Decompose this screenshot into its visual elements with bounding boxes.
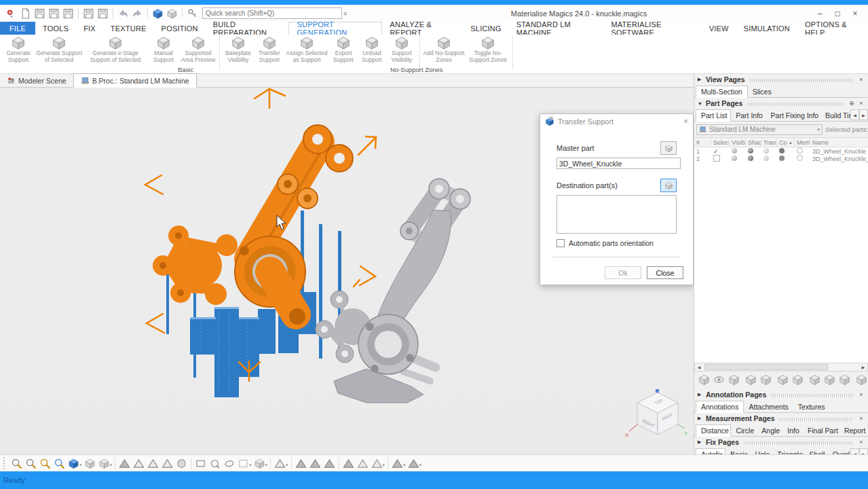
fill-marked-icon[interactable] — [407, 456, 421, 470]
select-marked-icon[interactable] — [341, 456, 356, 470]
menu-tools[interactable]: TOOLS — [35, 22, 76, 35]
zoom-icon[interactable] — [10, 456, 24, 470]
export-part-icon[interactable] — [97, 7, 109, 19]
tab-final-part[interactable]: Final Part — [803, 425, 839, 436]
flat-marked-icon[interactable] — [370, 456, 384, 470]
color-swatch[interactable] — [777, 148, 795, 155]
dropdown-caret-icon[interactable]: ▾ — [286, 463, 288, 468]
dropdown-caret-icon[interactable]: ▾ — [419, 463, 422, 468]
zoom-selected-icon[interactable] — [38, 456, 52, 470]
select-checkbox[interactable] — [711, 155, 730, 163]
support-visibility-button[interactable]: Support Visibility — [386, 35, 417, 64]
visibility-eye-icon[interactable] — [730, 156, 746, 162]
flatten-part-icon[interactable] — [823, 374, 836, 387]
tab-textures[interactable]: Textures — [793, 401, 830, 412]
close-icon[interactable]: × — [858, 76, 865, 83]
col-name[interactable]: Name — [810, 138, 868, 147]
menu-support-generation[interactable]: SUPPORT GENERATION — [288, 22, 382, 35]
view-cube[interactable]: TOP RIGHT BACK X Y — [625, 389, 688, 438]
collapse-arrow-icon[interactable]: ▶ — [698, 439, 703, 445]
mark-triangle-icon[interactable] — [273, 456, 287, 470]
select-plane-icon[interactable] — [132, 456, 146, 470]
collapse-arrow-icon[interactable]: ▶ — [698, 416, 703, 421]
unload-part-icon[interactable] — [791, 374, 804, 387]
machine-combo[interactable]: Standard LM Machine ▾ — [696, 124, 823, 135]
visibility-eye-icon[interactable] — [730, 148, 746, 155]
col-select[interactable]: Select — [711, 138, 730, 147]
tab-bproc-standard-lm-machine[interactable]: B.Proc.: Standard LM Machine — [73, 73, 197, 88]
toggle-selection-icon[interactable] — [728, 374, 740, 387]
select-volume-icon[interactable] — [252, 456, 267, 470]
view-cube-icon[interactable] — [67, 456, 81, 470]
collapse-arrow-icon[interactable]: ▶ — [698, 392, 703, 397]
color-swatch[interactable] — [777, 156, 795, 162]
col-memo[interactable]: Memo — [795, 138, 810, 147]
assign-selected-as-support-button[interactable]: Assign Selected as Support — [284, 35, 329, 64]
auto-orientation-checkbox[interactable] — [556, 239, 565, 247]
dropdown-caret-icon[interactable]: ▾ — [110, 463, 113, 468]
col-shading[interactable]: Shadi — [746, 138, 761, 147]
annotation-pages-header[interactable]: ▶ Annotation Pages × — [694, 389, 868, 400]
manual-support-button[interactable]: Manual Support — [148, 35, 179, 64]
transparency-icon[interactable] — [761, 156, 777, 162]
copy-parts-icon[interactable] — [759, 374, 772, 387]
col-visible[interactable]: Visibl — [730, 138, 746, 147]
close-icon[interactable]: × — [858, 100, 865, 107]
dropdown-caret-icon[interactable]: ▾ — [249, 463, 252, 468]
tab-modeler-scene[interactable]: Modeler Scene — [0, 74, 73, 87]
close-button[interactable]: Close — [647, 266, 683, 279]
close-icon[interactable]: × — [858, 415, 865, 422]
select-check-icon[interactable]: ✓ — [711, 148, 730, 155]
memo-icon[interactable] — [795, 147, 810, 155]
part-gray-knuckle[interactable] — [316, 179, 470, 403]
transfer-support-button[interactable]: Transfer Support — [254, 35, 284, 64]
toggle-no-support-zones-button[interactable]: Toggle No-Support Zones — [466, 35, 510, 64]
select-circle-icon[interactable] — [208, 456, 222, 470]
scroll-thumb[interactable] — [704, 364, 828, 370]
menu-view[interactable]: VIEW — [702, 22, 736, 35]
scroll-left-icon[interactable]: ◀ — [695, 363, 703, 371]
dark-marked-icon[interactable] — [390, 456, 404, 470]
part-orange-knuckle[interactable] — [153, 125, 353, 325]
supported-area-preview-button[interactable]: Supported Area Preview — [179, 35, 217, 64]
fix-pages-header[interactable]: ▶ Fix Pages × — [694, 437, 868, 448]
toolbar-drag-handle[interactable] — [3, 457, 7, 469]
sort-parts-icon[interactable] — [855, 374, 868, 387]
select-stl-icon[interactable] — [160, 456, 174, 470]
tab-info[interactable]: Info — [782, 425, 803, 436]
menu-materialise-software[interactable]: MATERIALISE SOFTWARE — [603, 22, 701, 35]
measurement-pages-header[interactable]: ▶ Measurement Pages × — [694, 413, 868, 424]
translate-part-icon[interactable] — [808, 374, 821, 387]
menu-texture[interactable]: TEXTURE — [103, 22, 154, 35]
zoom-scene-icon[interactable] — [24, 456, 38, 470]
close-icon[interactable]: × — [858, 439, 865, 446]
shade-marked-icon[interactable] — [356, 456, 370, 470]
undo-icon[interactable] — [117, 7, 129, 19]
close-icon[interactable]: × — [858, 391, 865, 398]
unmark-triangle-icon[interactable] — [294, 456, 308, 470]
part-list-hscrollbar[interactable]: ◀ ▶ — [694, 363, 868, 372]
menu-slicing[interactable]: SLICING — [463, 22, 508, 35]
generate-support-button[interactable]: Generate Support — [1, 35, 35, 64]
machine-view-icon[interactable] — [166, 7, 178, 19]
menu-options-help[interactable]: OPTIONS & HELP — [797, 22, 868, 35]
shading-icon[interactable] — [746, 148, 761, 155]
machine-properties-icon[interactable] — [838, 374, 851, 387]
toggle-visibility-icon[interactable] — [713, 374, 725, 387]
select-window-icon[interactable] — [236, 456, 250, 470]
tabs-scroll-right-icon[interactable]: ▶ — [859, 109, 868, 120]
generate-support-of-selected-button[interactable]: Generate Support of Selected — [35, 35, 83, 64]
destination-parts-browse-button[interactable] — [660, 179, 677, 192]
tab-distance[interactable]: Distance — [696, 424, 731, 437]
tab-multi-section[interactable]: Multi-Section — [696, 86, 748, 98]
dropdown-caret-icon[interactable]: ▾ — [383, 463, 385, 468]
mark-plane-icon[interactable] — [308, 456, 322, 470]
quick-search-input[interactable] — [202, 7, 342, 19]
col-color[interactable]: Co ▲ — [777, 138, 795, 147]
destination-parts-list[interactable] — [556, 195, 677, 234]
part-pages-header[interactable]: ▼ Part Pages ⊕ × — [694, 98, 868, 109]
select-curve-icon[interactable] — [146, 456, 160, 470]
settings-key-icon[interactable] — [187, 7, 198, 19]
minimize-button[interactable]: – — [811, 9, 829, 18]
ok-button[interactable]: Ok — [605, 266, 641, 279]
